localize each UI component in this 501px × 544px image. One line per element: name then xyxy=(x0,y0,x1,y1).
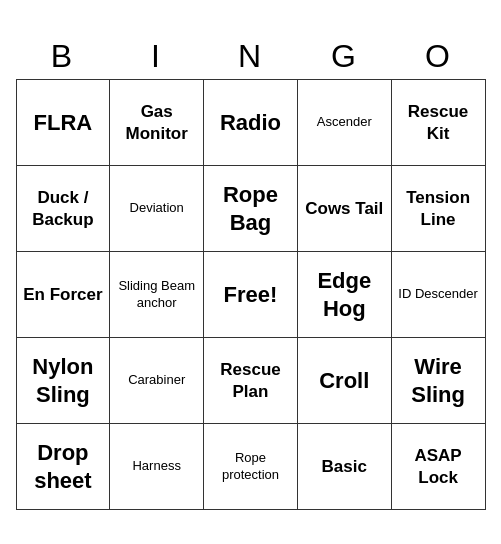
bingo-cell-r3-c4: Wire Sling xyxy=(392,338,486,424)
bingo-cell-r3-c3: Croll xyxy=(298,338,392,424)
bingo-cell-r3-c2: Rescue Plan xyxy=(204,338,298,424)
bingo-cell-r0-c4: Rescue Kit xyxy=(392,80,486,166)
bingo-header: BINGO xyxy=(16,34,486,79)
bingo-grid: FLRAGas MonitorRadioAscenderRescue KitDu… xyxy=(16,79,486,510)
bingo-cell-r4-c0: Drop sheet xyxy=(17,424,111,510)
bingo-cell-r2-c2: Free! xyxy=(204,252,298,338)
bingo-cell-r0-c0: FLRA xyxy=(17,80,111,166)
bingo-cell-r1-c4: Tension Line xyxy=(392,166,486,252)
bingo-cell-r4-c1: Harness xyxy=(110,424,204,510)
bingo-cell-r3-c0: Nylon Sling xyxy=(17,338,111,424)
bingo-header-letter: N xyxy=(204,34,298,79)
bingo-cell-r0-c2: Radio xyxy=(204,80,298,166)
bingo-cell-r3-c1: Carabiner xyxy=(110,338,204,424)
bingo-cell-r0-c1: Gas Monitor xyxy=(110,80,204,166)
bingo-header-letter: I xyxy=(110,34,204,79)
bingo-cell-r1-c3: Cows Tail xyxy=(298,166,392,252)
bingo-cell-r0-c3: Ascender xyxy=(298,80,392,166)
bingo-cell-r4-c2: Rope protection xyxy=(204,424,298,510)
bingo-header-letter: G xyxy=(298,34,392,79)
bingo-cell-r1-c0: Duck / Backup xyxy=(17,166,111,252)
bingo-card: BINGO FLRAGas MonitorRadioAscenderRescue… xyxy=(16,34,486,510)
bingo-cell-r4-c3: Basic xyxy=(298,424,392,510)
bingo-cell-r2-c0: En Forcer xyxy=(17,252,111,338)
bingo-header-letter: B xyxy=(16,34,110,79)
bingo-cell-r1-c1: Deviation xyxy=(110,166,204,252)
bingo-cell-r1-c2: Rope Bag xyxy=(204,166,298,252)
bingo-cell-r2-c3: Edge Hog xyxy=(298,252,392,338)
bingo-cell-r2-c4: ID Descender xyxy=(392,252,486,338)
bingo-header-letter: O xyxy=(392,34,486,79)
bingo-cell-r2-c1: Sliding Beam anchor xyxy=(110,252,204,338)
bingo-cell-r4-c4: ASAP Lock xyxy=(392,424,486,510)
